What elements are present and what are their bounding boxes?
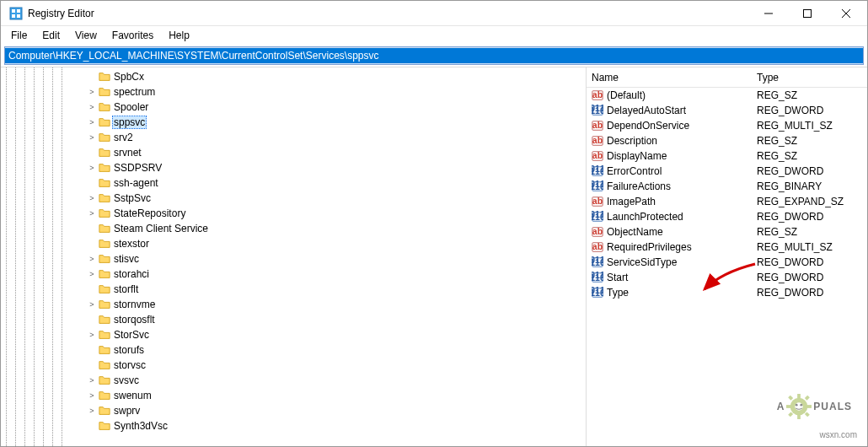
svg-point-54	[796, 404, 798, 407]
tree-item[interactable]: >srv2	[87, 130, 586, 145]
svg-rect-47	[797, 414, 801, 419]
value-type: REG_MULTI_SZ	[757, 241, 867, 253]
svg-rect-3	[12, 14, 15, 18]
tree-label: swenum	[112, 390, 153, 401]
values-header: Name Type	[587, 67, 867, 88]
value-name: DisplayName	[607, 150, 757, 162]
footer-site: wsxn.com	[820, 430, 857, 439]
menu-edit[interactable]: Edit	[35, 28, 67, 43]
tree-item[interactable]: >SSDPSRV	[87, 160, 586, 175]
tree-item[interactable]: >Spooler	[87, 100, 586, 115]
tree-panel[interactable]: SpbCx>spectrum>Spooler>sppsvc>srv2srvnet…	[1, 67, 587, 446]
value-name: DependOnService	[607, 120, 757, 132]
expand-icon[interactable]: >	[87, 255, 97, 263]
tree-label: srv2	[112, 132, 135, 143]
reg-bin-icon: 011110	[592, 105, 603, 116]
reg-bin-icon: 011110	[592, 165, 603, 177]
tree-item[interactable]: >sppsvc	[87, 115, 586, 130]
expand-icon[interactable]: >	[87, 88, 97, 96]
folder-icon	[99, 359, 110, 371]
folder-icon	[99, 177, 110, 189]
expand-icon[interactable]: >	[87, 133, 97, 142]
value-row[interactable]: 011110DelayedAutoStartREG_DWORD	[587, 103, 867, 118]
expand-icon[interactable]: >	[87, 194, 97, 202]
value-type: REG_SZ	[757, 135, 867, 147]
expand-icon[interactable]: >	[87, 300, 97, 309]
folder-icon	[99, 147, 110, 159]
svg-text:ab: ab	[592, 241, 603, 251]
value-row[interactable]: abRequiredPrivilegesREG_MULTI_SZ	[587, 240, 867, 255]
expand-icon[interactable]: >	[87, 391, 97, 400]
tree-item[interactable]: >svsvc	[87, 373, 586, 388]
values-panel[interactable]: Name Type ab(Default)REG_SZ011110Delayed…	[587, 67, 867, 446]
svg-text:ab: ab	[592, 196, 603, 206]
tree-item[interactable]: Synth3dVsc	[87, 418, 586, 434]
tree-item[interactable]: >storahci	[87, 267, 586, 282]
value-row[interactable]: abDisplayNameREG_SZ	[587, 148, 867, 164]
tree-item[interactable]: >stisvc	[87, 251, 586, 267]
tree-item[interactable]: ssh-agent	[87, 175, 586, 191]
value-row[interactable]: 011110LaunchProtectedREG_DWORD	[587, 209, 867, 224]
menu-view[interactable]: View	[68, 28, 104, 43]
tree-item[interactable]: SpbCx	[87, 69, 586, 84]
column-type[interactable]: Type	[757, 72, 867, 83]
reg-ab-icon: ab	[592, 89, 603, 101]
menu-help[interactable]: Help	[162, 28, 196, 43]
tree-item[interactable]: stexstor	[87, 236, 586, 251]
tree-item[interactable]: srvnet	[87, 145, 586, 160]
tree-item[interactable]: Steam Client Service	[87, 221, 586, 236]
expand-icon[interactable]: >	[87, 164, 97, 172]
value-row[interactable]: 011110ServiceSidTypeREG_DWORD	[587, 255, 867, 270]
expand-icon[interactable]: >	[87, 331, 97, 339]
tree-item[interactable]: storflt	[87, 282, 586, 297]
svg-rect-46	[797, 394, 801, 399]
tree-item[interactable]: >swprv	[87, 403, 586, 418]
value-row[interactable]: 011110TypeREG_DWORD	[587, 285, 867, 300]
tree-label: stornvme	[112, 299, 157, 310]
value-name: FailureActions	[607, 180, 757, 192]
value-row[interactable]: abObjectNameREG_SZ	[587, 224, 867, 240]
close-button[interactable]	[827, 1, 865, 26]
tree-item[interactable]: storqosflt	[87, 312, 586, 327]
tree-item[interactable]: storvsc	[87, 358, 586, 373]
tree-label: svsvc	[112, 374, 141, 386]
tree-label: sppsvc	[112, 116, 147, 129]
svg-rect-52	[805, 396, 810, 401]
expand-icon[interactable]: >	[87, 270, 97, 278]
folder-icon	[99, 420, 110, 432]
value-row[interactable]: abDependOnServiceREG_MULTI_SZ	[587, 118, 867, 133]
tree-item[interactable]: >StateRepository	[87, 206, 586, 221]
value-row[interactable]: 011110FailureActionsREG_BINARY	[587, 179, 867, 194]
tree-item[interactable]: >spectrum	[87, 84, 586, 100]
watermark-b: PUALS	[813, 401, 852, 412]
menu-file[interactable]: File	[4, 28, 34, 43]
minimize-button[interactable]	[749, 1, 788, 26]
expand-icon[interactable]: >	[87, 103, 97, 111]
folder-icon	[99, 116, 110, 128]
reg-ab-icon: ab	[592, 120, 603, 132]
svg-rect-1	[12, 9, 15, 13]
menu-favorites[interactable]: Favorites	[105, 28, 160, 43]
tree-item[interactable]: >StorSvc	[87, 327, 586, 342]
expand-icon[interactable]: >	[87, 376, 97, 385]
value-row[interactable]: 011110ErrorControlREG_DWORD	[587, 164, 867, 179]
svg-rect-53	[789, 412, 794, 417]
address-input[interactable]	[5, 48, 863, 63]
folder-icon	[99, 344, 110, 356]
folder-icon	[99, 71, 110, 83]
column-name[interactable]: Name	[592, 72, 757, 83]
value-row[interactable]: 011110StartREG_DWORD	[587, 270, 867, 285]
value-row[interactable]: ab(Default)REG_SZ	[587, 88, 867, 103]
tree-item[interactable]: >stornvme	[87, 297, 586, 312]
tree-item[interactable]: storufs	[87, 342, 586, 358]
maximize-button[interactable]	[788, 1, 827, 26]
expand-icon[interactable]: >	[87, 209, 97, 218]
value-row[interactable]: abDescriptionREG_SZ	[587, 133, 867, 148]
tree-label: StateRepository	[112, 207, 187, 219]
tree-item[interactable]: >swenum	[87, 388, 586, 403]
expand-icon[interactable]: >	[87, 118, 97, 127]
tree-item[interactable]: >SstpSvc	[87, 191, 586, 206]
value-row[interactable]: abImagePathREG_EXPAND_SZ	[587, 194, 867, 209]
expand-icon[interactable]: >	[87, 407, 97, 415]
svg-rect-50	[789, 396, 794, 401]
